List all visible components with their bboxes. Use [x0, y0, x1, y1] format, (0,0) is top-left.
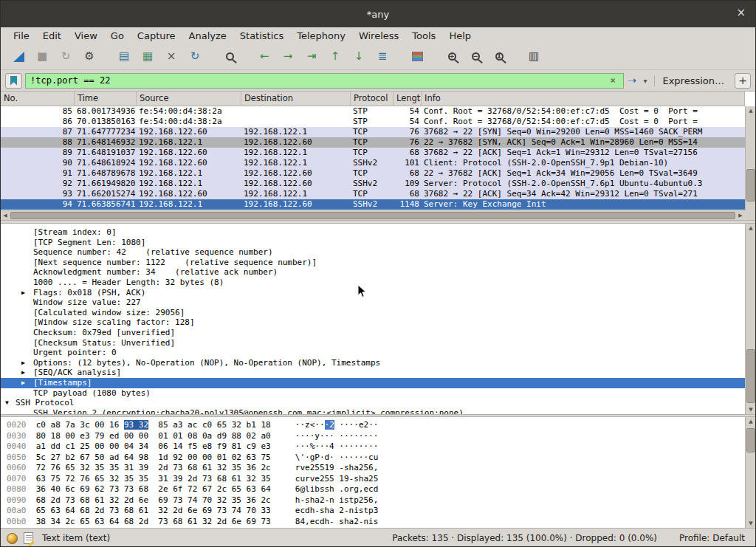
menu-item-wireless[interactable]: Wireless: [352, 29, 405, 43]
detail-line[interactable]: [TCP Segment Len: 1080]: [1, 238, 745, 248]
detail-line[interactable]: TCP payload (1080 bytes): [1, 388, 745, 399]
menu-item-statistics[interactable]: Statistics: [233, 29, 290, 43]
packet-row-88[interactable]: 8871.648146932192.168.122.1192.168.122.6…: [1, 137, 745, 148]
menu-item-go[interactable]: Go: [104, 29, 131, 43]
expand-icon[interactable]: ▶: [21, 378, 25, 388]
scrollbar-thumb[interactable]: [746, 169, 755, 202]
expression-button[interactable]: Expression…: [654, 75, 732, 86]
go-back-button[interactable]: ←: [253, 47, 275, 67]
details-vscrollbar[interactable]: [745, 224, 756, 414]
detail-line[interactable]: [Checksum Status: Unverified]: [1, 338, 745, 348]
zoom-out-button[interactable]: −: [464, 47, 487, 67]
hex-vscrollbar[interactable]: [745, 417, 756, 528]
collapse-icon[interactable]: ▼: [5, 398, 9, 408]
menu-item-file[interactable]: File: [7, 29, 36, 43]
stop-capture-button[interactable]: ■: [31, 47, 53, 67]
detail-line[interactable]: ▶Options: (12 bytes), No-Operation (NOP)…: [1, 358, 745, 368]
packet-row-89[interactable]: 8971.648191037192.168.122.60192.168.122.…: [1, 148, 745, 158]
go-forward-button[interactable]: →: [277, 47, 299, 67]
titlebar[interactable]: *any ×: [1, 1, 755, 27]
filter-apply-icon[interactable]: ➝: [624, 74, 641, 87]
column-header-destination[interactable]: Destination: [241, 92, 351, 106]
go-to-packet-button[interactable]: ⇥: [300, 47, 323, 67]
detail-line[interactable]: [Stream index: 0]: [1, 227, 745, 238]
resize-columns-button[interactable]: ▥: [523, 47, 545, 67]
detail-line[interactable]: 1000 .... = Header Length: 32 bytes (8): [1, 278, 745, 288]
capture-comment-icon[interactable]: [24, 532, 33, 544]
hex-row-0040[interactable]: 0040 a1 dd c1 25 00 00 04 34 06 14 f5 e8…: [7, 441, 745, 453]
reload-capture-button[interactable]: ↻: [184, 47, 206, 67]
packet-row-86[interactable]: 8670.013850163fe:54:00:d4:38:2aSTP54Conf…: [1, 117, 745, 127]
scroll-up-icon[interactable]: [746, 417, 756, 426]
scroll-up-icon[interactable]: [746, 224, 756, 233]
hex-row-0030[interactable]: 0030 80 18 00 e3 79 ed 00 00 01 01 08 0a…: [7, 431, 745, 442]
hex-row-0060[interactable]: 0060 72 76 65 32 35 35 31 39 2d 73 68 61…: [7, 463, 745, 474]
menu-item-help[interactable]: Help: [442, 29, 478, 43]
detail-line[interactable]: Urgent pointer: 0: [1, 348, 745, 358]
packet-row-92[interactable]: 9271.661949820192.168.122.1192.168.122.6…: [1, 179, 745, 189]
detail-line[interactable]: Sequence number: 42 (relative sequence n…: [1, 247, 745, 258]
detail-line[interactable]: Acknowledgment number: 34 (relative ack …: [1, 267, 745, 278]
detail-line[interactable]: ▶Flags: 0x018 (PSH, ACK): [1, 288, 745, 298]
zoom-in-button[interactable]: +: [441, 47, 463, 67]
status-profile[interactable]: Profile: Default: [679, 533, 745, 543]
menu-item-analyze[interactable]: Analyze: [182, 29, 233, 43]
expert-info-icon[interactable]: [7, 533, 18, 544]
scroll-left-icon[interactable]: [1, 211, 10, 220]
packet-row-90[interactable]: 9071.648618924192.168.122.60192.168.122.…: [1, 158, 745, 168]
colorize-button[interactable]: [406, 47, 428, 67]
detail-line[interactable]: [Next sequence number: 1122 (relative se…: [1, 258, 745, 268]
go-first-button[interactable]: ↑: [324, 47, 346, 67]
menu-item-tools[interactable]: Tools: [405, 29, 442, 43]
scrollbar-thumb[interactable]: [10, 212, 735, 219]
hex-row-0050[interactable]: 0050 5c 27 b2 67 50 ad 64 98 1d 92 00 00…: [7, 453, 745, 464]
packet-row-85[interactable]: 8568.001734936fe:54:00:d4:38:2aSTP54Conf…: [1, 106, 745, 117]
detail-line[interactable]: ▼SSH Protocol: [1, 398, 745, 408]
column-header-time[interactable]: Time: [75, 92, 137, 106]
detail-line[interactable]: ▶[SEQ/ACK analysis]: [1, 368, 745, 378]
scrollbar-thumb[interactable]: [746, 349, 755, 402]
hex-row-00a0[interactable]: 00a0 65 63 64 68 2d 73 68 61 32 2d 6e 69…: [7, 506, 745, 517]
menu-item-view[interactable]: View: [68, 29, 104, 43]
auto-scroll-button[interactable]: ≣: [371, 47, 394, 67]
column-header-info[interactable]: Info: [422, 92, 745, 106]
hex-row-0080[interactable]: 0080 36 40 6c 69 62 73 73 68 2e 6f 72 67…: [7, 484, 745, 495]
capture-options-button[interactable]: ⚙: [78, 47, 100, 67]
menu-item-capture[interactable]: Capture: [131, 29, 182, 43]
hex-row-0070[interactable]: 0070 63 75 72 76 65 32 35 35 31 39 2d 73…: [7, 474, 745, 485]
save-capture-button[interactable]: ▦: [137, 47, 159, 67]
restart-capture-button[interactable]: ↻: [55, 47, 77, 67]
packet-list-hscrollbar[interactable]: [1, 210, 745, 220]
hex-row-0020[interactable]: 0020 c0 a8 7a 3c 00 16 93 32 85 a3 ac c0…: [7, 420, 745, 431]
detail-line[interactable]: [Window size scaling factor: 128]: [1, 317, 745, 328]
expand-icon[interactable]: ▶: [21, 358, 25, 368]
packet-row-93[interactable]: 9371.662015274192.168.122.60192.168.122.…: [1, 189, 745, 199]
scroll-up-icon[interactable]: [746, 106, 756, 115]
scroll-right-icon[interactable]: [736, 211, 745, 220]
hex-row-0090[interactable]: 0090 68 2d 73 68 61 32 2d 6e 69 73 74 70…: [7, 495, 745, 506]
expand-icon[interactable]: ▶: [21, 288, 25, 298]
scroll-down-icon[interactable]: [746, 405, 756, 414]
go-last-button[interactable]: ↓: [348, 47, 370, 67]
open-capture-button[interactable]: ▤: [113, 47, 135, 67]
hex-row-00b0[interactable]: 00b0 38 34 2c 65 63 64 68 2d 73 68 61 32…: [7, 517, 745, 528]
start-capture-button[interactable]: [7, 47, 30, 67]
menu-item-edit[interactable]: Edit: [36, 29, 68, 43]
scroll-down-icon[interactable]: [746, 519, 756, 528]
filter-add-button[interactable]: +: [735, 73, 751, 89]
packet-row-94[interactable]: 9471.663856741192.168.122.1192.168.122.6…: [1, 199, 745, 210]
column-header-protocol[interactable]: Protocol: [351, 92, 394, 106]
detail-line[interactable]: ▶[Timestamps]: [1, 378, 745, 388]
filter-history-dropdown-icon[interactable]: ▾: [640, 77, 650, 85]
filter-clear-icon[interactable]: ×: [608, 75, 619, 86]
column-header-no[interactable]: No.: [1, 92, 75, 106]
packet-list-vscrollbar[interactable]: [745, 106, 756, 220]
expand-icon[interactable]: ▶: [21, 368, 25, 378]
close-capture-button[interactable]: ×: [160, 47, 182, 67]
detail-line[interactable]: Window size value: 227: [1, 297, 745, 308]
packet-row-91[interactable]: 9171.648789678192.168.122.1192.168.122.6…: [1, 168, 745, 179]
display-filter-input[interactable]: !tcp.port == 22 ×: [25, 73, 624, 89]
column-header-source[interactable]: Source: [137, 92, 241, 106]
detail-line[interactable]: Checksum: 0x79ed [unverified]: [1, 328, 745, 338]
close-window-icon[interactable]: ×: [736, 7, 746, 18]
